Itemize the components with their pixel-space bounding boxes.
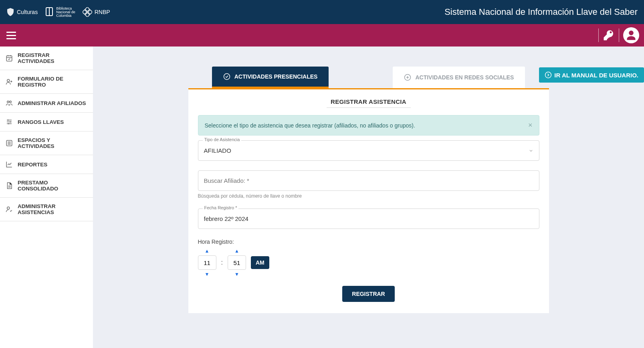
tab-redes-sociales[interactable]: ACTIVIDADES EN REDES SOCIALES xyxy=(393,67,525,88)
sidebar-item-label: ADMINISTRAR AFILIADOS xyxy=(18,100,86,106)
book-icon xyxy=(45,7,54,17)
submit-row: REGISTRAR xyxy=(198,286,539,302)
card-registrar-asistencia: REGISTRAR ASISTENCIA Seleccione el tipo … xyxy=(188,88,549,313)
logo-culturas: Culturas xyxy=(6,8,38,16)
sidebar-item-rangos-llaves[interactable]: RANGOS LLAVES xyxy=(0,113,93,132)
user-avatar-button[interactable] xyxy=(623,27,639,43)
minute-spinner: ▲ ▼ xyxy=(228,248,246,277)
field-tipo-asistencia: Tipo de Asistencia AFILIADO xyxy=(198,140,539,161)
manual-button-label: IR AL MANUAL DE USUARIO. xyxy=(554,72,638,79)
user-plus-icon xyxy=(6,78,13,85)
sidebar: REGISTRAR ACTIVIDADES FORMULARIO DE REGI… xyxy=(0,47,93,348)
svg-point-9 xyxy=(10,101,12,103)
svg-point-17 xyxy=(224,74,230,80)
system-title: Sistema Nacional de Información Llave de… xyxy=(444,7,638,17)
top-header: Culturas Biblioteca Nacional de Colombia… xyxy=(0,0,644,24)
fecha-label: Fecha Registro * xyxy=(203,205,239,210)
info-alert: Seleccione el tipo de asistencia que des… xyxy=(198,115,539,136)
logo-rnbp: RNBP xyxy=(83,7,110,17)
app-bar-right xyxy=(598,27,639,43)
check-circle-icon xyxy=(223,73,230,80)
key-icon xyxy=(603,29,615,41)
sidebar-item-label: REPORTES xyxy=(18,162,47,168)
svg-point-11 xyxy=(8,119,9,121)
hour-down-button[interactable]: ▼ xyxy=(205,271,210,277)
list-icon xyxy=(6,140,13,147)
main-content: IR AL MANUAL DE USUARIO. ACTIVIDADES PRE… xyxy=(93,47,644,348)
divider xyxy=(619,28,619,42)
sidebar-item-formulario-registro[interactable]: FORMULARIO DE REGISTRO xyxy=(0,70,93,94)
alert-close-button[interactable]: × xyxy=(528,121,533,129)
file-icon xyxy=(6,182,13,189)
tipo-value: AFILIADO xyxy=(204,147,231,154)
field-fecha-registro: Fecha Registro * xyxy=(198,208,539,229)
ampm-toggle[interactable]: AM xyxy=(251,256,269,269)
field-buscar-afiliado: Búsqueda por cédula, número de llave o n… xyxy=(198,170,539,199)
alert-text: Seleccione el tipo de asistencia que des… xyxy=(205,122,415,129)
plus-circle-icon xyxy=(404,74,411,81)
tipo-label: Tipo de Asistencia xyxy=(203,137,242,142)
logo-rnbp-text: RNBP xyxy=(95,9,110,15)
main-layout: REGISTRAR ACTIVIDADES FORMULARIO DE REGI… xyxy=(0,47,644,348)
app-bar xyxy=(0,24,644,47)
logo-culturas-text: Culturas xyxy=(17,9,38,15)
sliders-icon xyxy=(6,118,13,125)
sidebar-item-label: PRESTAMO CONSOLIDADO xyxy=(18,180,87,192)
key-icon-button[interactable] xyxy=(603,29,615,41)
sidebar-item-administrar-asistencias[interactable]: ADMINISTRAR ASISTENCIAS xyxy=(0,198,93,221)
buscar-help-text: Búsqueda por cédula, número de llave o n… xyxy=(198,193,539,199)
hour-up-button[interactable]: ▲ xyxy=(205,248,210,254)
tab-presenciales[interactable]: ACTIVIDADES PRESENCIALES xyxy=(212,67,329,88)
form: Tipo de Asistencia AFILIADO Búsqueda por… xyxy=(188,140,549,302)
manual-button[interactable]: IR AL MANUAL DE USUARIO. xyxy=(539,67,644,83)
svg-point-8 xyxy=(7,101,9,103)
svg-point-15 xyxy=(7,207,10,209)
tipo-asistencia-select[interactable]: AFILIADO xyxy=(198,140,539,161)
svg-point-7 xyxy=(7,79,10,82)
shield-emblem-icon xyxy=(6,8,14,16)
svg-point-10 xyxy=(9,104,10,105)
registrar-button[interactable]: REGISTRAR xyxy=(342,286,394,302)
svg-point-13 xyxy=(8,123,9,124)
divider xyxy=(598,28,599,42)
user-check-icon xyxy=(6,206,13,213)
users-cog-icon xyxy=(6,99,13,107)
logo-bnc-text: Biblioteca Nacional de Colombia xyxy=(56,7,75,18)
time-colon: : xyxy=(221,259,223,266)
svg-point-16 xyxy=(545,72,551,78)
card-title: REGISTRAR ASISTENCIA xyxy=(188,89,549,107)
fecha-registro-input[interactable] xyxy=(198,208,539,229)
user-icon xyxy=(626,30,637,41)
buscar-afiliado-input[interactable] xyxy=(198,170,539,191)
sidebar-item-administrar-afiliados[interactable]: ADMINISTRAR AFILIADOS xyxy=(0,94,93,113)
arrow-right-circle-icon xyxy=(545,71,552,79)
sidebar-item-label: FORMULARIO DE REGISTRO xyxy=(18,76,87,88)
menu-toggle-button[interactable] xyxy=(5,29,18,42)
svg-rect-6 xyxy=(6,56,12,61)
chevron-down-icon xyxy=(529,148,533,153)
hour-spinner: ▲ ▼ xyxy=(198,248,216,277)
hour-input[interactable] xyxy=(198,255,216,270)
hora-label: Hora Registro: xyxy=(198,239,539,245)
sidebar-item-label: ESPACIOS Y ACTIVIDADES xyxy=(18,137,87,149)
minute-input[interactable] xyxy=(228,255,246,270)
sidebar-item-label: REGISTRAR ACTIVIDADES xyxy=(18,52,87,64)
logo-bnc: Biblioteca Nacional de Colombia xyxy=(45,7,75,18)
tab-label: ACTIVIDADES PRESENCIALES xyxy=(234,73,318,80)
sidebar-item-label: ADMINISTRAR ASISTENCIAS xyxy=(18,203,87,215)
minute-down-button[interactable]: ▼ xyxy=(234,271,239,277)
sidebar-item-espacios-actividades[interactable]: ESPACIOS Y ACTIVIDADES xyxy=(0,132,93,155)
minute-up-button[interactable]: ▲ xyxy=(234,248,239,254)
sidebar-item-prestamo-consolidado[interactable]: PRESTAMO CONSOLIDADO xyxy=(0,174,93,198)
time-picker: ▲ ▼ : ▲ ▼ AM xyxy=(198,248,539,277)
svg-point-12 xyxy=(10,121,11,123)
calendar-check-icon xyxy=(6,55,13,62)
sidebar-item-registrar-actividades[interactable]: REGISTRAR ACTIVIDADES xyxy=(0,47,93,70)
tab-label: ACTIVIDADES EN REDES SOCIALES xyxy=(415,74,514,81)
sidebar-item-label: RANGOS LLAVES xyxy=(18,119,64,125)
header-logos: Culturas Biblioteca Nacional de Colombia… xyxy=(6,7,110,18)
chart-line-icon xyxy=(6,161,13,168)
sidebar-item-reportes[interactable]: REPORTES xyxy=(0,155,93,174)
title-underline xyxy=(327,107,411,108)
diamond-grid-icon xyxy=(83,7,92,17)
